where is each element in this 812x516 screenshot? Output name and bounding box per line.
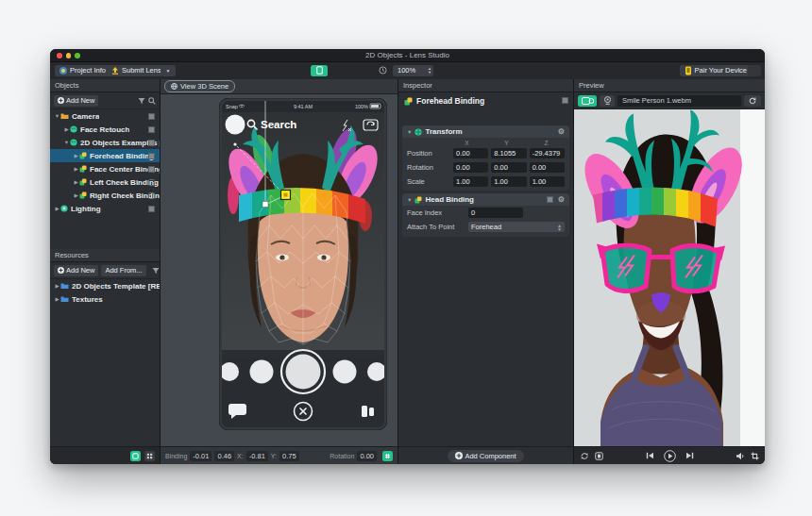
attach-to-point-select[interactable]: Forehead ▲▼ xyxy=(468,222,565,232)
lighting-icon xyxy=(60,205,68,212)
face-index-input[interactable]: 0 xyxy=(468,208,523,218)
resource-item-2d-objects-template[interactable]: ▶ 2D Objects Template [REMOVE_ xyxy=(50,279,160,292)
tree-item-2d-objects-examples[interactable]: ▼ 2D Objects Examples [R xyxy=(50,136,160,149)
zoom-level-select[interactable]: 100% ▲▼ xyxy=(393,65,433,76)
volume-icon[interactable] xyxy=(736,452,745,460)
rotation-z-input[interactable]: 0.00 xyxy=(530,162,565,173)
visibility-checkbox[interactable] xyxy=(148,140,155,146)
rotation-label: Rotation xyxy=(330,453,354,459)
scale-y-input[interactable]: 1.00 xyxy=(491,176,526,187)
position-y-input[interactable]: 8.1055 xyxy=(491,148,526,158)
y-value-field[interactable]: 0.75 xyxy=(279,451,299,461)
media-source-icon[interactable] xyxy=(578,95,597,107)
scene-viewport[interactable]: Snap 9:41 AM 100% xyxy=(161,94,398,446)
collapse-arrow-icon[interactable]: ▼ xyxy=(407,129,412,135)
preview-panel: Preview Smile Person 1.webm xyxy=(574,79,765,464)
expand-arrow-icon[interactable]: ▶ xyxy=(73,192,79,198)
lens-studio-logo-icon xyxy=(316,66,323,75)
preview-source-field[interactable]: Smile Person 1.webm xyxy=(617,95,741,107)
rotation-x-input[interactable]: 0.00 xyxy=(453,162,488,173)
position-x-input[interactable]: 0.00 xyxy=(453,148,488,158)
visibility-checkbox[interactable] xyxy=(148,126,155,133)
submit-lens-dropdown[interactable]: ▼ xyxy=(161,65,176,76)
expand-arrow-icon[interactable]: ▶ xyxy=(73,166,79,172)
inspector-header: Inspector xyxy=(398,79,573,92)
tree-item-face-center-binding[interactable]: ▶ Face Center Binding xyxy=(50,162,160,175)
component-enabled-checkbox[interactable] xyxy=(547,196,553,203)
expand-arrow-icon[interactable]: ▶ xyxy=(63,126,70,132)
expand-arrow-icon[interactable]: ▶ xyxy=(54,283,60,289)
rotation-y-input[interactable]: 0.00 xyxy=(491,162,526,173)
resources-add-from-button[interactable]: Add From... xyxy=(101,265,145,276)
add-icon xyxy=(58,267,64,274)
y-label: Y: xyxy=(271,453,277,459)
rotation-value-field[interactable]: 0.00 xyxy=(357,451,377,461)
visibility-checkbox[interactable] xyxy=(148,192,155,199)
transform-section-header[interactable]: ▼ Transform ⚙ xyxy=(402,125,569,138)
phone-icon xyxy=(685,66,692,75)
resources-add-new-button[interactable]: Add New xyxy=(54,265,98,276)
objects-add-new-button[interactable]: Add New xyxy=(54,95,98,107)
expand-arrow-icon[interactable]: ▶ xyxy=(54,206,60,211)
history-button[interactable] xyxy=(377,65,389,76)
submit-lens-button[interactable]: Submit Lens xyxy=(107,65,166,76)
pair-device-more-button[interactable] xyxy=(748,65,761,76)
skip-forward-icon[interactable] xyxy=(685,452,694,459)
visibility-checkbox[interactable] xyxy=(148,206,155,212)
snapping-icon[interactable] xyxy=(382,451,393,461)
expand-arrow-icon[interactable]: ▶ xyxy=(54,296,60,302)
resource-item-textures[interactable]: ▶ Textures xyxy=(50,292,160,306)
add-component-button[interactable]: Add Component xyxy=(448,450,523,462)
folder-icon xyxy=(60,282,69,290)
project-info-button[interactable]: Project Info xyxy=(55,65,110,76)
filter-icon[interactable] xyxy=(152,267,160,275)
visibility-checkbox[interactable] xyxy=(148,179,155,186)
tree-item-face-retouch[interactable]: ▶ Face Retouch xyxy=(50,123,160,136)
binding-x-field[interactable]: -0.01 xyxy=(190,451,211,461)
stepper-icon: ▲▼ xyxy=(428,67,431,74)
preview-video[interactable] xyxy=(574,109,765,446)
play-button[interactable] xyxy=(664,450,676,462)
visibility-checkbox[interactable] xyxy=(148,153,155,159)
skip-back-icon[interactable] xyxy=(646,452,654,459)
gear-icon[interactable]: ⚙ xyxy=(558,127,565,136)
window-title: 2D Objects - Lens Studio xyxy=(50,51,765,59)
binding-icon xyxy=(414,196,422,204)
expand-arrow-icon[interactable]: ▶ xyxy=(73,153,79,158)
lens-studio-logo-button[interactable] xyxy=(311,65,328,76)
loop-icon[interactable] xyxy=(580,452,589,460)
title-bar: 2D Objects - Lens Studio xyxy=(50,49,765,62)
tree-item-right-cheek-binding[interactable]: ▶ Right Cheek Binding xyxy=(50,189,160,202)
binding-y-field[interactable]: 0.46 xyxy=(214,451,234,461)
head-binding-section-header[interactable]: ▼ Head Binding ⚙ xyxy=(402,193,569,206)
expand-arrow-icon[interactable]: ▶ xyxy=(73,179,79,185)
expand-arrow-icon[interactable]: ▼ xyxy=(54,113,60,119)
position-z-input[interactable]: -29.4379 xyxy=(530,148,565,158)
crop-icon[interactable] xyxy=(751,452,759,460)
scale-x-input[interactable]: 1.00 xyxy=(453,176,488,187)
collapse-arrow-icon[interactable]: ▼ xyxy=(407,197,412,203)
gear-icon[interactable]: ⚙ xyxy=(558,195,565,204)
svg-text:Snap: Snap xyxy=(226,104,238,109)
refresh-icon[interactable] xyxy=(744,95,761,107)
scale-z-input[interactable]: 1.00 xyxy=(530,176,565,187)
tree-item-camera[interactable]: ▼ Camera xyxy=(50,109,160,123)
tree-item-left-cheek-binding[interactable]: ▶ Left Cheek Binding xyxy=(50,175,160,189)
tree-item-forehead-binding[interactable]: ▶ Forehead Binding xyxy=(50,149,160,162)
pair-device-button[interactable]: Pair Your Device xyxy=(680,65,752,76)
binding-icon xyxy=(79,152,87,159)
filter-icon[interactable] xyxy=(138,97,145,105)
main-toolbar: Project Info Submit Lens ▼ 100% ▲▼ xyxy=(50,62,765,80)
lens-studio-home-icon[interactable] xyxy=(130,451,141,461)
x-value-field[interactable]: -0.81 xyxy=(246,451,268,461)
grid-view-icon[interactable] xyxy=(144,451,155,461)
search-icon[interactable] xyxy=(148,97,156,105)
visibility-checkbox[interactable] xyxy=(148,166,155,173)
expand-arrow-icon[interactable]: ▼ xyxy=(63,140,70,145)
webcam-icon[interactable] xyxy=(600,95,615,107)
object-enabled-checkbox[interactable] xyxy=(562,97,568,104)
simulate-device-icon[interactable] xyxy=(595,452,603,460)
visibility-checkbox[interactable] xyxy=(148,113,155,120)
view-3d-scene-button[interactable]: View 3D Scene xyxy=(164,80,235,92)
tree-item-lighting[interactable]: ▶ Lighting xyxy=(50,202,160,215)
